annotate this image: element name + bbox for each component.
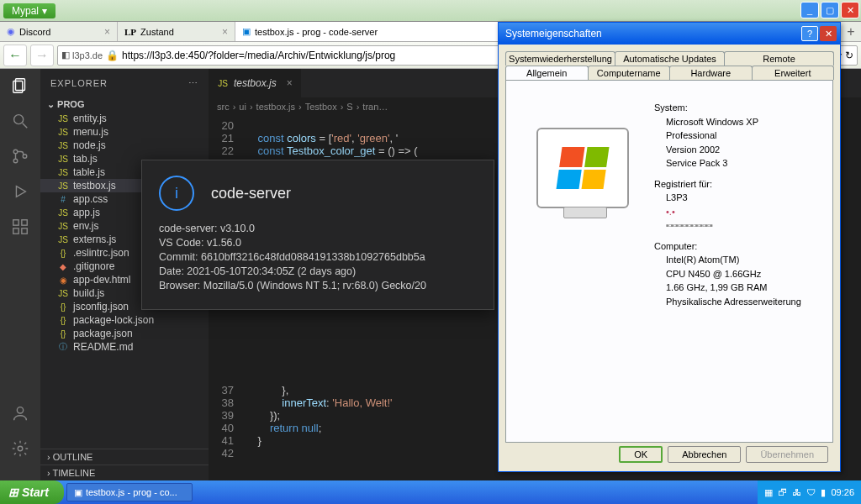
window-close-button[interactable]: ✕	[841, 2, 859, 18]
js-icon: JS	[57, 181, 69, 191]
help-button[interactable]: ?	[801, 26, 818, 41]
folder-header[interactable]: ⌄ PROG	[40, 97, 209, 112]
window-maximize-button[interactable]: ▢	[821, 2, 839, 18]
svg-point-4	[13, 150, 18, 154]
shield-icon[interactable]: 🛡	[806, 487, 816, 497]
js-icon: JS	[57, 168, 69, 177]
site-identity[interactable]: ◧ l3p3.de	[61, 50, 103, 60]
about-line: Commit: 6610bff3216c48fdd0884191338b1092…	[159, 251, 477, 263]
reload-icon[interactable]: ↻	[845, 50, 853, 61]
tab-discord[interactable]: ◉Discord×	[0, 22, 118, 41]
about-dialog: i code-server code-server: v3.10.0VS Cod…	[141, 160, 494, 310]
ok-button[interactable]: OK	[619, 446, 663, 463]
svg-point-13	[18, 446, 23, 451]
volume-icon[interactable]: 🗗	[778, 487, 787, 497]
file-name: app-dev.html	[73, 274, 130, 286]
taskbar-item[interactable]: ▣testbox.js - prog - co...	[66, 483, 193, 501]
start-button[interactable]: ⊞Start	[0, 480, 64, 504]
file-item[interactable]: JSnode.js	[40, 139, 209, 152]
close-icon[interactable]: ×	[222, 26, 228, 38]
vscode-icon: ▣	[74, 487, 82, 498]
file-name: README.md	[73, 341, 133, 353]
file-name: env.js	[73, 220, 98, 232]
sysprops-tab[interactable]: Allgemein	[505, 66, 589, 80]
js-icon: JS	[57, 208, 69, 218]
close-icon[interactable]: ×	[104, 26, 110, 38]
windows-logo	[536, 128, 629, 208]
sysprops-tab[interactable]: Computername	[588, 66, 671, 80]
more-icon[interactable]: ⋯	[188, 78, 198, 89]
file-item[interactable]: JSentity.js	[40, 112, 209, 125]
about-line: Date: 2021-05-10T20:34:05Z (2 days ago)	[159, 265, 477, 277]
git-icon: ◆	[57, 262, 69, 271]
file-name: jsconfig.json	[73, 301, 129, 312]
md-icon: ⓘ	[57, 341, 69, 353]
js-icon: JS	[57, 222, 69, 231]
sysprops-titlebar[interactable]: Systemeigenschaften ? ✕	[499, 23, 840, 45]
vscode-icon: ▣	[242, 26, 251, 37]
forward-button[interactable]: →	[30, 45, 54, 66]
tray-icon[interactable]: ▦	[764, 487, 773, 498]
svg-point-12	[17, 407, 23, 413]
file-item[interactable]: ⓘREADME.md	[40, 340, 209, 354]
file-name: testbox.js	[73, 180, 116, 192]
file-name: externs.js	[73, 234, 116, 245]
discord-icon: ◉	[7, 26, 15, 37]
system-properties-window: Systemeigenschaften ? ✕ Systemwiederhers…	[498, 22, 841, 472]
explorer-icon[interactable]	[10, 76, 30, 96]
account-icon[interactable]	[10, 403, 30, 423]
about-title: code-server	[211, 185, 291, 202]
cancel-button[interactable]: Abbrechen	[668, 446, 741, 463]
editor-tab[interactable]: JStestbox.js×	[209, 69, 301, 97]
outline-section[interactable]: › OUTLINE	[40, 449, 209, 465]
sysprops-tab[interactable]: Systemwiederherstellung	[505, 51, 615, 66]
about-line: VS Code: v1.56.0	[159, 237, 477, 249]
svg-point-2	[14, 115, 24, 124]
timeline-section[interactable]: › TIMELINE	[40, 465, 209, 480]
clock[interactable]: 09:26	[831, 487, 854, 497]
js-icon: JS	[57, 155, 69, 164]
file-name: tab.js	[73, 153, 98, 165]
json-icon: {}	[57, 316, 69, 325]
about-line: Browser: Mozilla/5.0 (Windows NT 5.1; rv…	[159, 280, 477, 291]
js-icon: JS	[217, 79, 229, 88]
close-icon[interactable]: ×	[287, 77, 293, 89]
file-name: table.js	[73, 166, 105, 178]
window-minimize-button[interactable]: _	[800, 2, 819, 18]
file-name: menu.js	[73, 126, 108, 138]
js-icon: JS	[57, 114, 69, 123]
battery-icon[interactable]: ▮	[821, 487, 826, 498]
html-icon: ◉	[57, 276, 69, 285]
sysprops-tab[interactable]: Automatische Updates	[615, 51, 725, 66]
debug-icon[interactable]	[10, 181, 30, 202]
new-tab-button[interactable]: +	[841, 22, 861, 41]
gear-icon[interactable]	[10, 438, 30, 459]
sysprops-tab[interactable]: Erweitert	[752, 66, 835, 80]
extensions-icon[interactable]	[10, 217, 30, 237]
svg-rect-8	[13, 220, 18, 225]
network-icon[interactable]: 🖧	[792, 487, 801, 497]
search-icon[interactable]	[10, 111, 30, 131]
apply-button[interactable]: Übernehmen	[746, 446, 828, 463]
sysprops-tab[interactable]: Hardware	[669, 66, 753, 80]
explorer-header: EXPLORER⋯	[40, 69, 209, 97]
file-item[interactable]: JSmenu.js	[40, 125, 209, 139]
back-button[interactable]: ←	[3, 45, 27, 66]
svg-point-5	[13, 159, 18, 163]
file-name: app.css	[73, 193, 108, 205]
mypal-menu-button[interactable]: Mypal ▾	[3, 3, 55, 18]
svg-line-3	[23, 123, 28, 129]
tab-zustand[interactable]: LPZustand×	[118, 22, 235, 41]
sysprops-tab[interactable]: Remote	[724, 51, 834, 66]
file-name: app.js	[73, 207, 100, 218]
json-icon: {}	[57, 249, 69, 258]
file-item[interactable]: {}package.json	[40, 327, 209, 340]
file-name: package-lock.json	[73, 314, 154, 326]
windows-icon: ⊞	[8, 486, 18, 499]
json-icon: {}	[57, 329, 69, 339]
system-tray[interactable]: ▦ 🗗 🖧 🛡 ▮ 09:26	[758, 480, 861, 504]
file-item[interactable]: {}package-lock.json	[40, 313, 209, 327]
close-button[interactable]: ✕	[820, 26, 837, 41]
file-name: package.json	[73, 328, 133, 339]
source-control-icon[interactable]	[10, 146, 30, 166]
